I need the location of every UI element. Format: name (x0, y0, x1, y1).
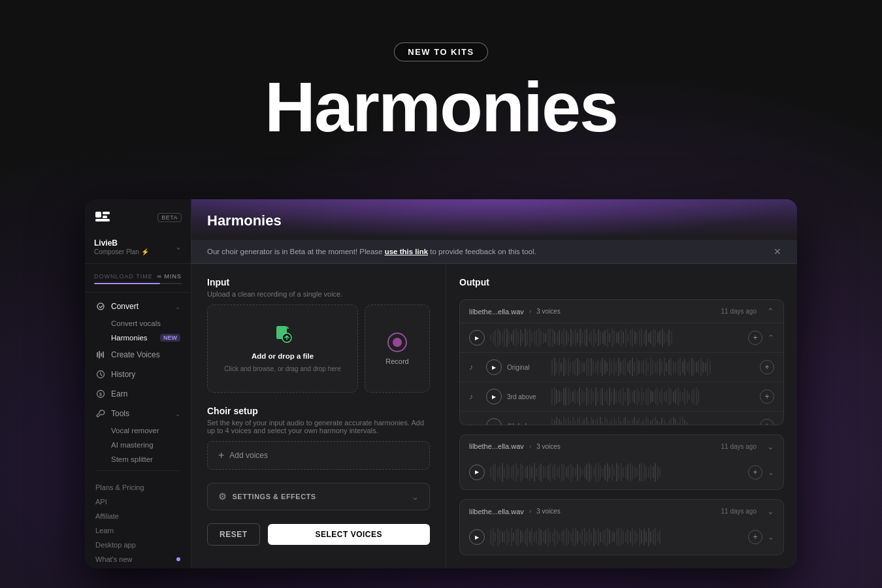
output-card-1: lilbethe...ella.wav › 3 voices 11 days a… (459, 299, 784, 425)
add-track-button-3[interactable]: + (748, 530, 762, 544)
add-track-button-2[interactable]: + (748, 465, 762, 480)
left-panel: Input Upload a clean recording of a sing… (191, 264, 446, 568)
sidebar-logo (94, 211, 111, 224)
sidebar-feature-requests[interactable]: Feature requests (95, 566, 180, 568)
top-section: NEW TO KITS Harmonies (0, 0, 882, 142)
svg-rect-7 (101, 353, 102, 357)
4th-below-label: 4th below (507, 423, 546, 425)
stem-splitter-label: Stem splitter (111, 455, 153, 463)
harmonies-label: Harmonies (111, 334, 148, 342)
select-voices-button[interactable]: SELECT VOICES (268, 524, 430, 545)
sidebar-api[interactable]: API (95, 495, 180, 509)
tools-chevron: ⌄ (175, 410, 180, 417)
sidebar-item-stem-splitter[interactable]: Stem splitter (90, 452, 186, 466)
waveform-main-1 (490, 329, 743, 347)
output-expand-2[interactable]: ⌄ (767, 442, 774, 451)
record-text: Record (385, 357, 408, 365)
play-button-original[interactable]: ▶ (486, 359, 502, 375)
waveform-track-main-3: ▶ + ⌄ (460, 523, 783, 551)
sidebar-item-tools[interactable]: Tools ⌄ (90, 404, 186, 423)
two-col: Input Upload a clean recording of a sing… (191, 264, 797, 568)
play-button-3rd-above[interactable]: ▶ (486, 389, 502, 404)
choir-setup-title: Choir setup (207, 406, 430, 416)
sidebar-item-vocal-remover[interactable]: Vocal remover (90, 423, 186, 438)
add-track-button-1[interactable]: + (748, 331, 762, 345)
output-chevron-3: › (529, 508, 531, 515)
play-button-main-3[interactable]: ▶ (469, 529, 485, 545)
download-value: ∞ MINS (157, 273, 182, 280)
output-expand-1[interactable]: ⌃ (767, 306, 774, 316)
add-icon: + (218, 449, 224, 461)
play-button-4th-below[interactable]: ▶ (486, 418, 502, 425)
download-label-text: DOWNLOAD TIME (94, 273, 153, 280)
waveform-4th-below (551, 417, 755, 425)
sidebar-item-create-voices[interactable]: Create Voices (90, 345, 186, 365)
waveform-track-4th-below: ♪ ▶ 4th below + (460, 412, 783, 425)
add-4th-button[interactable]: + (760, 419, 774, 425)
new-tag: NEW (160, 334, 180, 342)
input-title: Input (207, 277, 430, 287)
sidebar-item-history[interactable]: History (90, 365, 186, 384)
sidebar-learn[interactable]: Learn (95, 523, 180, 538)
choir-setup-subtitle: Set the key of your input audio to gener… (207, 419, 430, 434)
waveform-3rd-above (551, 387, 755, 406)
waveform-track-main-1: ▶ + ⌃ (460, 323, 783, 353)
history-icon (95, 369, 106, 380)
add-original-button[interactable]: + (760, 360, 774, 374)
output-voices-3: 3 voices (536, 508, 561, 515)
bottom-buttons: RESET SELECT VOICES (207, 523, 430, 546)
output-card-1-header: lilbethe...ella.wav › 3 voices 11 days a… (460, 300, 783, 323)
alert-text: Our choir generator is in Beta at the mo… (207, 248, 536, 255)
user-name: LivieB (94, 238, 149, 248)
add-voices-button[interactable]: + Add voices (207, 441, 430, 470)
user-plan-text: Composer Plan (94, 248, 139, 255)
sidebar-affiliate[interactable]: Affiliate (95, 509, 180, 523)
track-expand-3[interactable]: ⌄ (768, 532, 774, 542)
ai-mastering-label: AI mastering (111, 441, 154, 449)
3rd-above-label: 3rd above (507, 393, 546, 400)
history-label: History (111, 370, 135, 379)
settings-label: SETTINGS & EFFECTS (233, 493, 316, 500)
sidebar-plans[interactable]: Plans & Pricing (95, 480, 180, 495)
input-subtitle: Upload a clean recording of a single voi… (207, 290, 430, 298)
svg-rect-6 (99, 351, 100, 359)
hero-title: Harmonies (0, 72, 882, 142)
sidebar: BETA LivieB Composer Plan ⚡ ⌄ DOWNLOAD T… (85, 199, 191, 568)
reset-button[interactable]: RESET (207, 523, 260, 546)
4th-below-icon: ♪ (469, 421, 481, 425)
add-3rd-button[interactable]: + (760, 389, 774, 404)
waveform-track-3rd-above: ♪ ▶ 3rd above + (460, 382, 783, 412)
output-voices-1: 3 voices (536, 308, 561, 315)
user-chevron[interactable]: ⌄ (175, 242, 182, 252)
output-card-2-header: lilbethe...ella.wav › 3 voices 11 days a… (460, 435, 783, 458)
play-button-main-1[interactable]: ▶ (469, 330, 485, 346)
sidebar-desktop-app[interactable]: Desktop app (95, 538, 180, 552)
sidebar-item-convert-vocals[interactable]: Convert vocals (90, 316, 186, 331)
original-label: Original (507, 364, 546, 371)
output-expand-3[interactable]: ⌄ (767, 506, 774, 516)
settings-row[interactable]: ⚙ SETTINGS & EFFECTS (207, 483, 430, 510)
earn-icon: $ (95, 389, 106, 399)
record-box[interactable]: Record (365, 304, 430, 393)
sidebar-item-ai-mastering[interactable]: AI mastering (90, 438, 186, 452)
3rd-above-icon: ♪ (469, 392, 481, 401)
upload-file-icon (274, 325, 292, 347)
svg-rect-1 (103, 212, 110, 214)
track-expand-2[interactable]: ⌄ (768, 468, 774, 477)
play-button-main-2[interactable]: ▶ (469, 465, 485, 480)
track-expand-1[interactable]: ⌃ (768, 333, 774, 342)
sidebar-item-earn[interactable]: $ Earn (90, 384, 186, 404)
sidebar-whats-new[interactable]: What's new (95, 552, 180, 566)
user-section: LivieB Composer Plan ⚡ ⌄ (85, 233, 191, 264)
sidebar-item-convert[interactable]: Convert ⌄ (90, 297, 186, 316)
download-label: DOWNLOAD TIME ∞ MINS (94, 273, 182, 280)
output-filename-1: lilbethe...ella.wav (469, 308, 524, 316)
choir-setup-section: Choir setup Set the key of your input au… (207, 406, 430, 470)
add-voices-label: Add voices (229, 451, 268, 460)
app-window: BETA LivieB Composer Plan ⚡ ⌄ DOWNLOAD T… (85, 199, 797, 568)
sidebar-item-harmonies[interactable]: Harmonies NEW (90, 331, 186, 345)
create-voices-icon (95, 350, 106, 360)
alert-link[interactable]: use this link (385, 248, 428, 255)
upload-box[interactable]: Add or drop a file Click and browse, or … (207, 304, 358, 393)
alert-close-button[interactable]: ✕ (774, 246, 781, 257)
